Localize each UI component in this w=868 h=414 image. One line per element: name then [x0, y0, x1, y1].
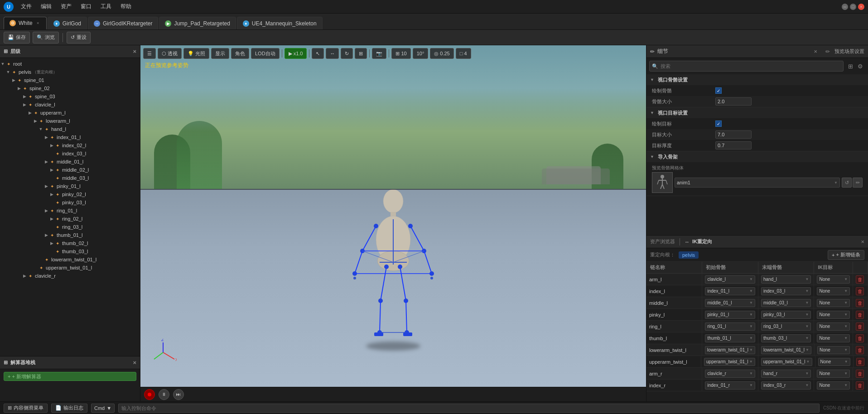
- chain-ik-ring_l[interactable]: None ▼: [814, 321, 853, 332]
- start-dropdown-pinky_l[interactable]: pinky_01_l ▼: [705, 311, 755, 319]
- ik-dropdown-ring_l[interactable]: None ▼: [817, 323, 850, 331]
- maximize-button[interactable]: □: [850, 4, 856, 10]
- target-thickness-input[interactable]: [715, 141, 752, 149]
- delete-index_r-button[interactable]: 🗑: [856, 381, 864, 390]
- ik-dropdown-index_r[interactable]: None ▼: [817, 381, 850, 390]
- chain-start-pinky_l[interactable]: pinky_01_l ▼: [702, 309, 758, 320]
- bone-clavicle_r[interactable]: ▶ ✦ clavicle_r: [0, 272, 140, 280]
- start-dropdown-arm_r[interactable]: clavicle_r ▼: [705, 370, 755, 378]
- ik-dropdown-index_l[interactable]: None ▼: [817, 287, 850, 295]
- chain-ik-index_l[interactable]: None ▼: [814, 285, 853, 297]
- start-dropdown-thumb_l[interactable]: thumb_01_l ▼: [705, 334, 755, 342]
- bone-spine_01[interactable]: ▶ ✦ spine_01: [0, 76, 140, 84]
- chain-end-arm_r[interactable]: hand_r ▼: [758, 368, 814, 379]
- skeleton-tree[interactable]: ▼ ✦ root ▼ ✦ pelvis （重定向根） ▶ ✦ spine_01: [0, 58, 140, 356]
- bone-ring_02_l-arrow[interactable]: ▶: [49, 216, 54, 221]
- delete-index_l-button[interactable]: 🗑: [856, 287, 864, 295]
- tab-girlgod[interactable]: ♦ GirlGod: [48, 17, 87, 29]
- bone-index_01_l[interactable]: ▶ ✦ index_01_l: [0, 133, 140, 141]
- bone-spine_01-arrow[interactable]: ▶: [11, 77, 16, 83]
- bone-ring_03_l[interactable]: ▶ ✦ ring_03_l: [0, 223, 140, 231]
- end-dropdown-middle_l[interactable]: middle_03_l ▼: [761, 299, 811, 307]
- output-log-button[interactable]: 📄 输出日志: [51, 404, 87, 413]
- bone-pinky_02_l[interactable]: ▶ ✦ pinky_02_l: [0, 190, 140, 198]
- bone-size-input[interactable]: [715, 97, 752, 106]
- delete-ring_l-button[interactable]: 🗑: [856, 323, 864, 331]
- delete-pinky_l-button[interactable]: 🗑: [856, 311, 864, 319]
- chain-end-lowerarm_twist_l[interactable]: lowerarm_twist_01_l ▼: [758, 344, 815, 356]
- reset-button[interactable]: ↺ 重设: [67, 32, 91, 43]
- delete-lowerarm_twist_l-button[interactable]: 🗑: [856, 346, 864, 354]
- tab-girlgodretargeter[interactable]: ↔ GirlGodIKRetargeter: [88, 17, 158, 29]
- chain-start-lowerarm_twist_l[interactable]: lowerarm_twist_01_l ▼: [702, 344, 758, 356]
- bone-pinky_03_l[interactable]: ▶ ✦ pinky_03_l: [0, 198, 140, 207]
- ik-dropdown-pinky_l[interactable]: None ▼: [817, 311, 850, 319]
- bone-spine_03-arrow[interactable]: ▶: [22, 94, 27, 99]
- end-dropdown-arm_l[interactable]: hand_l ▼: [761, 275, 811, 284]
- tab-white[interactable]: ⚙ White ×: [4, 17, 47, 29]
- ik-panel-close-button[interactable]: ×: [861, 238, 864, 245]
- bone-pelvis[interactable]: ▼ ✦ pelvis （重定向根）: [0, 68, 140, 76]
- delete-upperarm_twist_l-button[interactable]: 🗑: [856, 358, 864, 366]
- chain-start-ring_l[interactable]: ring_01_l ▼: [702, 321, 758, 332]
- end-dropdown-ring_l[interactable]: ring_03_l ▼: [761, 323, 811, 331]
- chain-ik-index_r[interactable]: None ▼: [814, 380, 853, 391]
- chain-ik-arm_r[interactable]: None ▼: [814, 368, 853, 379]
- chain-end-middle_l[interactable]: middle_03_l ▼: [758, 297, 814, 308]
- retarget-root-value[interactable]: pelvis: [679, 251, 699, 259]
- delete-arm_r-button[interactable]: 🗑: [856, 370, 864, 378]
- viewport-bones-header[interactable]: ▼ 视口骨骼设置: [646, 74, 868, 85]
- close-button[interactable]: ×: [858, 4, 864, 10]
- viewport-play-button[interactable]: ▶ x1.0: [285, 48, 307, 59]
- end-dropdown-arm_r[interactable]: hand_r ▼: [761, 370, 811, 378]
- viewport-target-header[interactable]: ▼ 视口目标设置: [646, 107, 868, 118]
- viewport-camera-button[interactable]: 📷: [372, 48, 386, 59]
- bone-pinky_02_l-arrow[interactable]: ▶: [49, 192, 54, 197]
- start-dropdown-middle_l[interactable]: middle_01_l ▼: [705, 299, 755, 307]
- end-dropdown-pinky_l[interactable]: pinky_03_l ▼: [761, 311, 811, 319]
- chain-ik-pinky_l[interactable]: None ▼: [814, 309, 853, 320]
- viewport-character-button[interactable]: 角色: [231, 48, 249, 59]
- ik-dropdown-arm_l[interactable]: None ▼: [817, 275, 850, 284]
- viewport-lod-button[interactable]: LOD自动: [251, 48, 280, 59]
- delete-arm_l-button[interactable]: 🗑: [856, 275, 864, 284]
- bone-thumb_02_l-arrow[interactable]: ▶: [49, 241, 54, 246]
- detail-close-button[interactable]: ×: [814, 48, 817, 55]
- hierarchy-collapse-icon[interactable]: ⊞: [4, 48, 8, 54]
- bone-upperarm_l-arrow[interactable]: ▶: [27, 110, 33, 116]
- ik-dropdown-arm_r[interactable]: None ▼: [817, 370, 850, 378]
- menu-edit[interactable]: 编辑: [37, 2, 55, 11]
- chain-start-index_r[interactable]: index_01_r ▼: [702, 380, 758, 391]
- chain-end-pinky_l[interactable]: pinky_03_l ▼: [758, 309, 814, 320]
- bone-pelvis-arrow[interactable]: ▼: [5, 69, 11, 75]
- bone-middle_03_l[interactable]: ▶ ✦ middle_03_l: [0, 174, 140, 182]
- viewport[interactable]: ☰ ⬡ 透视 💡 光照 显示 角色 LOD自动: [140, 45, 646, 387]
- add-solver-button[interactable]: + + 新增解算器: [4, 372, 136, 381]
- cmd-input[interactable]: [118, 404, 820, 413]
- bone-index_01_l-arrow[interactable]: ▶: [43, 135, 49, 140]
- bone-hand_l[interactable]: ▼ ✦ hand_l: [0, 125, 140, 133]
- delete-middle_l-button[interactable]: 🗑: [856, 299, 864, 307]
- bone-middle_02_l-arrow[interactable]: ▶: [49, 167, 54, 173]
- ik-dropdown-upperarm_twist_l[interactable]: None ▼: [818, 358, 850, 366]
- cmd-dropdown[interactable]: Cmd ▼: [91, 404, 115, 413]
- chain-end-arm_l[interactable]: hand_l ▼: [758, 274, 814, 285]
- bone-clavicle_r-arrow[interactable]: ▶: [22, 273, 27, 279]
- tab-jumppad[interactable]: ▶ Jump_Pad_Retargeted: [159, 17, 236, 29]
- bone-clavicle_l[interactable]: ▶ ✦ clavicle_l: [0, 101, 140, 109]
- end-dropdown-thumb_l[interactable]: thumb_03_l ▼: [761, 334, 811, 342]
- chain-end-ring_l[interactable]: ring_03_l ▼: [758, 321, 814, 332]
- chain-end-thumb_l[interactable]: thumb_03_l ▼: [758, 332, 814, 344]
- start-dropdown-lowerarm_twist_l[interactable]: lowerarm_twist_01_l ▼: [705, 346, 755, 354]
- chain-ik-lowerarm_twist_l[interactable]: None ▼: [815, 344, 853, 356]
- tab-white-close[interactable]: ×: [35, 20, 41, 26]
- target-size-input[interactable]: [715, 130, 752, 139]
- bone-upperarm_twist_01_l[interactable]: ▶ ✦ upperarm_twist_01_l: [0, 264, 140, 272]
- start-dropdown-index_r[interactable]: index_01_r ▼: [705, 381, 755, 390]
- bone-middle_02_l[interactable]: ▶ ✦ middle_02_l: [0, 166, 140, 174]
- settings-button[interactable]: ⚙: [855, 61, 865, 71]
- viewport-select-button[interactable]: ↖: [312, 48, 324, 59]
- bone-index_02_l[interactable]: ▶ ✦ index_02_l: [0, 141, 140, 149]
- mesh-reset-button[interactable]: ↺: [842, 178, 852, 188]
- viewport-fov-button[interactable]: ◎ 0.25: [430, 48, 453, 59]
